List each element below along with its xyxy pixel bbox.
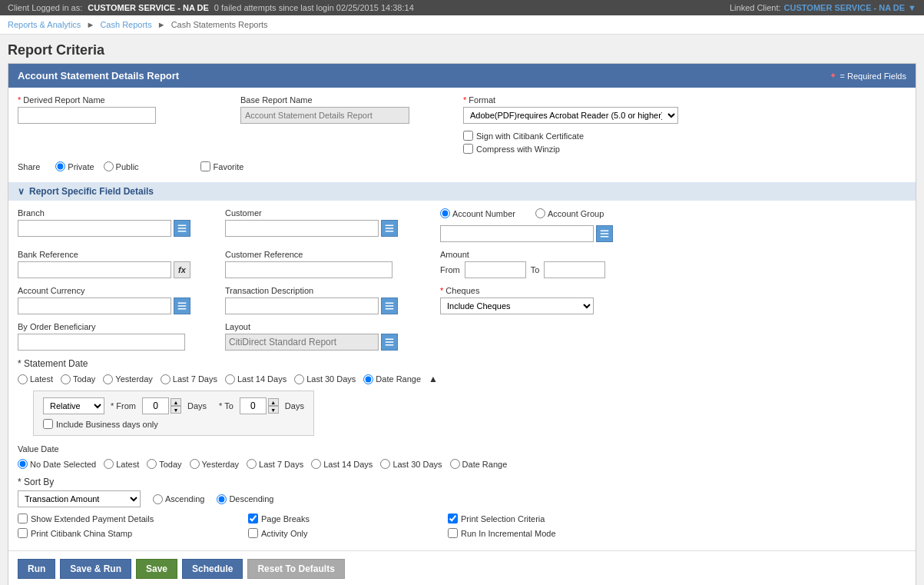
collapse-icon: ∨	[18, 186, 25, 197]
amount-from-input[interactable]	[465, 261, 526, 278]
save-button[interactable]: Save	[136, 559, 177, 579]
value-last7-radio[interactable]	[247, 459, 257, 469]
value-date-range-radio[interactable]	[450, 459, 460, 469]
svg-rect-2	[178, 231, 187, 232]
schedule-button[interactable]: Schedule	[182, 559, 243, 579]
account-currency-input[interactable]	[18, 297, 171, 314]
from-down-btn[interactable]: ▼	[171, 406, 181, 414]
acct-radio-row: Account Number Account Group	[440, 208, 613, 218]
date-range-option: Date Range	[363, 374, 421, 384]
show-extended-checkbox[interactable]	[18, 514, 28, 524]
date-last7-radio[interactable]	[161, 374, 171, 384]
from-up-btn[interactable]: ▲	[171, 398, 181, 406]
favorite-checkbox[interactable]	[200, 161, 210, 171]
value-last14-radio[interactable]	[311, 459, 321, 469]
account-number-radio[interactable]	[440, 208, 450, 218]
date-range-radio[interactable]	[363, 374, 373, 384]
show-extended-label: Show Extended Payment Details	[31, 514, 154, 524]
dropdown-icon[interactable]: ▼	[908, 3, 916, 12]
date-last14-option: Last 14 Days	[225, 374, 286, 384]
customer-input[interactable]	[225, 220, 379, 237]
value-latest-radio[interactable]	[104, 459, 114, 469]
account-lookup-btn[interactable]	[596, 225, 613, 242]
relative-select[interactable]: Relative	[43, 397, 104, 414]
date-last14-radio[interactable]	[225, 374, 235, 384]
value-date-label: Value Date	[18, 444, 59, 454]
run-button[interactable]: Run	[18, 559, 55, 579]
breadcrumb-reports[interactable]: Reports & Analytics	[8, 20, 81, 29]
date-latest-radio[interactable]	[18, 374, 28, 384]
bank-reference-input[interactable]	[18, 261, 171, 278]
top-form-section: * Derived Report Name Base Report Name *…	[8, 88, 916, 182]
sign-citibank-checkbox[interactable]	[463, 131, 473, 141]
value-last14-option: Last 14 Days	[311, 459, 373, 469]
section-title: Report Specific Field Details	[29, 186, 154, 197]
derived-report-name-input[interactable]	[18, 107, 156, 124]
value-yesterday-option: Yesterday	[190, 459, 240, 469]
account-input[interactable]	[440, 225, 594, 242]
share-radio-group: Private Public	[55, 161, 138, 171]
date-last30-radio[interactable]	[294, 374, 304, 384]
reset-button[interactable]: Reset To Defaults	[247, 559, 344, 579]
transaction-description-label: Transaction Description	[225, 286, 409, 295]
date-last14-label: Last 14 Days	[237, 374, 286, 384]
public-radio[interactable]	[104, 161, 114, 171]
run-incremental-checkbox[interactable]	[448, 528, 458, 538]
layout-label: Layout	[225, 322, 409, 331]
share-label: Share	[18, 162, 40, 171]
value-yesterday-radio[interactable]	[190, 459, 200, 469]
branch-input[interactable]	[18, 220, 171, 237]
print-china-stamp-checkbox[interactable]	[18, 528, 28, 538]
date-range-box: Relative * From ▲ ▼ Days * To	[33, 391, 314, 436]
account-group-radio[interactable]	[535, 208, 545, 218]
value-no-date-radio[interactable]	[18, 459, 28, 469]
descending-option: Descending	[217, 494, 273, 504]
base-report-name-input	[240, 107, 409, 124]
transaction-description-input[interactable]	[225, 297, 379, 314]
print-china-stamp-group: Print Citibank China Stamp	[18, 528, 187, 538]
activity-only-checkbox[interactable]	[248, 528, 258, 538]
compress-winzip-checkbox[interactable]	[463, 144, 473, 154]
branch-lookup-btn[interactable]	[174, 220, 190, 237]
date-yesterday-radio[interactable]	[103, 374, 113, 384]
from-spinner: ▲ ▼	[142, 397, 181, 414]
bank-reference-fx-btn[interactable]: fx	[174, 261, 190, 278]
value-last30-radio[interactable]	[380, 459, 390, 469]
date-range-collapse-icon[interactable]: ▲	[429, 374, 438, 384]
to-up-btn[interactable]: ▲	[268, 398, 279, 406]
amount-to-input[interactable]	[544, 261, 605, 278]
section-divider[interactable]: ∨ Report Specific Field Details	[8, 182, 916, 201]
panel-header: Account Statement Details Report ✦ = Req…	[8, 64, 916, 88]
sort-by-select[interactable]: Transaction Amount	[18, 490, 141, 507]
account-currency-lookup-btn[interactable]	[174, 297, 190, 314]
linked-client-name: CUSTOMER SERVICE - NA DE	[784, 3, 906, 12]
include-business-days-checkbox[interactable]	[43, 419, 53, 429]
customer-reference-input[interactable]	[225, 261, 392, 278]
date-today-radio[interactable]	[61, 374, 71, 384]
private-radio[interactable]	[55, 161, 65, 171]
breadcrumb-cash-reports[interactable]: Cash Reports	[100, 20, 151, 29]
failed-attempts: 0 failed attempts since last login 02/25…	[214, 3, 414, 12]
page-breaks-checkbox[interactable]	[248, 514, 258, 524]
format-select[interactable]: Adobe(PDF)requires Acrobat Reader (5.0 o…	[463, 107, 678, 124]
layout-lookup-btn[interactable]	[381, 334, 398, 351]
sign-citibank-group: Sign with Citibank Certificate	[463, 131, 906, 141]
save-run-button[interactable]: Save & Run	[60, 559, 131, 579]
to-down-btn[interactable]: ▼	[268, 406, 279, 414]
date-today-label: Today	[73, 374, 95, 384]
login-text: Client Logged in as:	[8, 3, 82, 12]
customer-lookup-btn[interactable]	[381, 220, 398, 237]
ascending-radio[interactable]	[153, 494, 163, 504]
from-input[interactable]	[142, 397, 169, 414]
svg-rect-5	[386, 231, 394, 232]
by-order-beneficiary-input[interactable]	[18, 334, 185, 351]
value-today-radio[interactable]	[147, 459, 157, 469]
print-selection-checkbox[interactable]	[448, 514, 458, 524]
svg-rect-8	[601, 236, 609, 238]
to-input[interactable]	[240, 397, 267, 414]
account-group-option: Account Group	[535, 208, 604, 218]
descending-radio[interactable]	[217, 494, 227, 504]
transaction-description-lookup-btn[interactable]	[381, 297, 398, 314]
cheques-select[interactable]: Include Cheques	[440, 297, 594, 314]
run-incremental-group: Run In Incremental Mode	[448, 528, 556, 538]
